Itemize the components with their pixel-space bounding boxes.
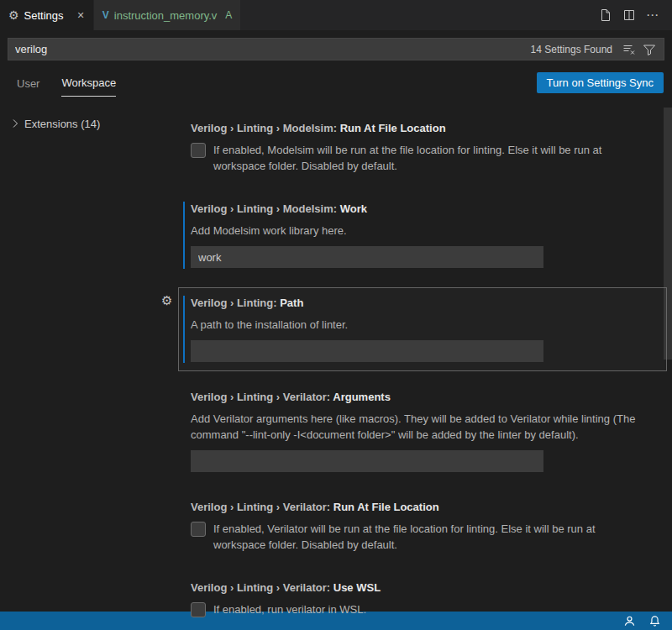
more-actions-icon[interactable]: ⋯ (642, 5, 664, 25)
filter-settings-icon[interactable] (639, 40, 659, 59)
toc-item-extensions[interactable]: Extensions (14) (0, 114, 175, 133)
open-settings-json-icon[interactable] (595, 5, 617, 25)
settings-list: Verilog › Linting › Modelsim: Run At Fil… (175, 99, 672, 612)
settings-gear-icon: ⚙ (8, 9, 19, 21)
checkbox[interactable] (191, 143, 206, 158)
setting-text-input[interactable] (191, 450, 543, 472)
settings-search-input[interactable] (15, 43, 524, 55)
setting-row-linting-path: ⚙ Verilog › Linting: Path A path to the … (178, 287, 667, 371)
edit-setting-gear-icon[interactable]: ⚙ (161, 294, 172, 307)
setting-text-input[interactable] (191, 246, 543, 268)
setting-row-verilator-use-wsl: Verilog › Linting › Verilator: Use WSL I… (178, 572, 667, 627)
setting-name: Path (280, 297, 303, 309)
setting-row-verilator-arguments: Verilog › Linting › Verilator: Arguments… (178, 381, 667, 481)
setting-row-modelsim-run-at-file-location: Verilog › Linting › Modelsim: Run At Fil… (178, 113, 667, 183)
tab-workspace-settings[interactable]: Workspace (61, 68, 116, 97)
settings-search-row: 14 Settings Found (0, 30, 672, 66)
setting-category: Verilog › Linting › Verilator: (191, 501, 333, 513)
verilog-file-icon: V (102, 9, 109, 21)
settings-search-box: 14 Settings Found (8, 38, 664, 60)
chevron-right-icon (8, 117, 22, 130)
setting-description: A path to the installation of linter. (191, 317, 654, 333)
tab-instruction-memory[interactable]: V instruction_memory.v A (94, 0, 241, 30)
setting-category: Verilog › Linting › Modelsim: (191, 122, 340, 134)
setting-row-modelsim-work: Verilog › Linting › Modelsim: Work Add M… (178, 193, 667, 277)
setting-title: Verilog › Linting › Verilator: Use WSL (191, 580, 654, 596)
close-tab-icon[interactable]: ✕ (77, 10, 85, 21)
setting-text-input[interactable] (191, 340, 543, 362)
settings-scope-row: User Workspace Turn on Settings Sync (0, 66, 672, 99)
setting-title: Verilog › Linting › Verilator: Run At Fi… (191, 500, 654, 515)
split-editor-icon[interactable] (618, 5, 640, 25)
modified-indicator (183, 202, 185, 269)
setting-description: If enabled, Modelsim will be run at the … (213, 142, 650, 174)
setting-description: Add Verilator arguments here (like macro… (191, 411, 654, 443)
setting-title: Verilog › Linting: Path (191, 296, 654, 311)
setting-title: Verilog › Linting › Modelsim: Run At Fil… (191, 121, 654, 136)
setting-name: Run At File Location (340, 122, 446, 134)
editor-actions: ⋯ (595, 0, 672, 30)
setting-row-verilator-run-at-file-location: Verilog › Linting › Verilator: Run At Fi… (178, 491, 667, 562)
toc-item-extensions-label: Extensions (14) (24, 118, 100, 130)
tab-user-settings[interactable]: User (17, 69, 39, 97)
git-added-badge: A (225, 9, 232, 21)
scrollbar[interactable] (664, 108, 672, 360)
modified-indicator (183, 296, 185, 363)
setting-category: Verilog › Linting › Modelsim: (191, 202, 340, 215)
setting-description: Add Modelsim work library here. (191, 223, 654, 239)
setting-name: Run At File Location (333, 501, 439, 513)
setting-name: Use WSL (333, 581, 381, 594)
setting-title: Verilog › Linting › Verilator: Arguments (191, 390, 654, 405)
setting-description: If enabled, run verilator in WSL. (213, 601, 366, 617)
turn-on-settings-sync-button[interactable]: Turn on Settings Sync (537, 72, 664, 93)
clear-settings-search-icon[interactable] (619, 40, 639, 59)
checkbox[interactable] (191, 602, 206, 617)
checkbox[interactable] (191, 522, 206, 537)
setting-category: Verilog › Linting › Verilator: (191, 581, 333, 594)
settings-body: Extensions (14) Verilog › Linting › Mode… (0, 99, 672, 612)
vscode-window: ⚙ Settings ✕ V instruction_memory.v A ⋯ … (0, 0, 672, 630)
editor-tab-bar: ⚙ Settings ✕ V instruction_memory.v A ⋯ (0, 0, 672, 30)
tab-settings[interactable]: ⚙ Settings ✕ (0, 0, 93, 30)
setting-title: Verilog › Linting › Modelsim: Work (191, 202, 654, 217)
settings-found-count: 14 Settings Found (531, 44, 612, 55)
tab-settings-label: Settings (24, 9, 64, 22)
setting-name: Work (340, 202, 367, 215)
settings-toc-sidebar: Extensions (14) (0, 99, 175, 612)
setting-description: If enabled, Verilator will be run at the… (213, 521, 650, 553)
tab-instruction-memory-label: instruction_memory.v (114, 9, 218, 22)
setting-name: Arguments (333, 391, 391, 403)
setting-category: Verilog › Linting › Verilator: (191, 391, 333, 403)
setting-category: Verilog › Linting: (191, 297, 280, 309)
